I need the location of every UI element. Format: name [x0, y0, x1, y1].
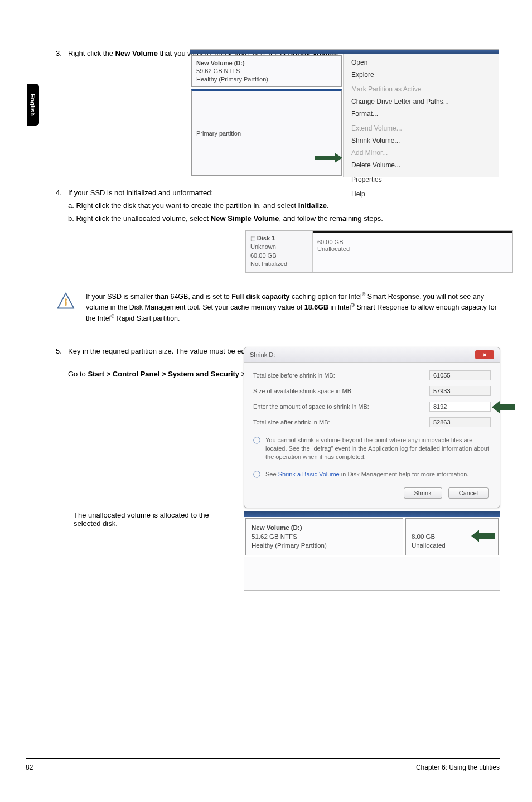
arrow-icon [315, 153, 342, 163]
step-number: 3. [56, 49, 68, 57]
menu-shrink[interactable]: Shrink Volume... [344, 134, 499, 147]
label-total-after: Total size after shrink in MB: [253, 419, 330, 426]
figure-result-partition: New Volume (D:) 51.62 GB NTFS Healthy (P… [244, 511, 500, 590]
result-right-unallocated: 8.00 GB Unallocated [405, 518, 499, 555]
chapter-label: Chapter 6: Using the utilities [416, 764, 500, 771]
menu-format[interactable]: Format... [344, 108, 499, 120]
arrow-icon [471, 529, 495, 543]
svg-point-0 [65, 298, 67, 301]
primary-partition-label: Primary partition [191, 89, 342, 176]
svg-rect-1 [65, 301, 66, 306]
page-number: 82 [26, 764, 33, 771]
label-enter-amount: Enter the amount of space to shrink in M… [253, 403, 369, 410]
dialog-info-1: You cannot shrink a volume beyond the po… [253, 433, 491, 467]
step-5-block: 5. Key in the required partition size. T… [56, 347, 499, 497]
menu-mark-active: Mark Partition as Active [344, 83, 499, 95]
menu-delete[interactable]: Delete Volume... [344, 159, 499, 171]
field-available: 57933 [429, 386, 491, 396]
unallocated-block: The unallocated volume is allocated to t… [56, 511, 499, 589]
note-text: If your SSD is smaller than 64GB, and is… [86, 291, 499, 325]
step-4: 4. If your SSD is not initialized and un… [56, 189, 499, 223]
arrow-icon [492, 400, 515, 414]
cancel-button[interactable]: Cancel [448, 487, 489, 499]
label-total-before: Total size before shrink in MB: [253, 372, 335, 379]
figure-disk-uninitialized: ⬚ Disk 1 Unknown 60.00 GB Not Initialize… [245, 230, 513, 273]
lower-content: 4. If your SSD is not initialized and un… [56, 189, 499, 589]
disk-info-right: 60.00 GB Unallocated [313, 231, 512, 272]
menu-explore[interactable]: Explore [344, 69, 499, 81]
menu-add-mirror: Add Mirror... [344, 147, 499, 159]
figure-shrink-dialog: Shrink D: ✕ Total size before shrink in … [244, 347, 500, 508]
field-enter-amount[interactable]: 8192 [429, 402, 491, 412]
menu-open[interactable]: Open [344, 56, 499, 69]
dialog-info-2: See Shrink a Basic Volume in Disk Manage… [253, 467, 491, 484]
dialog-titlebar: Shrink D: ✕ [244, 347, 500, 363]
menu-properties[interactable]: Properties [344, 173, 499, 186]
step-number: 5. [56, 347, 68, 378]
step-number: 4. [56, 189, 68, 223]
shrink-button[interactable]: Shrink [404, 487, 442, 499]
dialog-title: Shrink D: [250, 351, 275, 358]
label-available: Size of available shrink space in MB: [253, 388, 353, 394]
unallocated-text: The unallocated volume is allocated to t… [74, 511, 219, 528]
menu-extend: Extend Volume... [344, 122, 499, 134]
disk-icon: ⬚ [250, 235, 257, 241]
page-footer: 82 Chapter 6: Using the utilities [26, 758, 500, 771]
disk-info-left: ⬚ Disk 1 Unknown 60.00 GB Not Initialize… [246, 231, 313, 272]
figure-context-menu: New Volume (D:) 59.62 GB NTFS Healthy (P… [190, 49, 499, 177]
menu-change-letter[interactable]: Change Drive Letter and Paths... [344, 95, 499, 108]
partition-panel: New Volume (D:) 59.62 GB NTFS Healthy (P… [190, 54, 343, 177]
context-menu: Open Explore Mark Partition as Active Ch… [343, 54, 499, 177]
language-tab: English [27, 84, 39, 126]
caution-note: If your SSD is smaller than 64GB, and is… [56, 283, 499, 333]
help-link[interactable]: Shrink a Basic Volume [278, 471, 340, 477]
close-icon[interactable]: ✕ [475, 350, 494, 359]
step-4a: a. Right click the disk that you want to… [68, 201, 499, 210]
step-text: If your SSD is not initialized and unfor… [68, 189, 499, 223]
partition-block-selected: New Volume (D:) 59.62 GB NTFS Healthy (P… [191, 55, 342, 87]
result-left-partition: New Volume (D:) 51.62 GB NTFS Healthy (P… [245, 518, 403, 555]
step-4b: b. Right click the unallocated volume, s… [68, 214, 499, 223]
field-total-before: 61055 [429, 370, 491, 380]
caution-icon [56, 291, 76, 311]
field-total-after: 52863 [429, 417, 491, 427]
